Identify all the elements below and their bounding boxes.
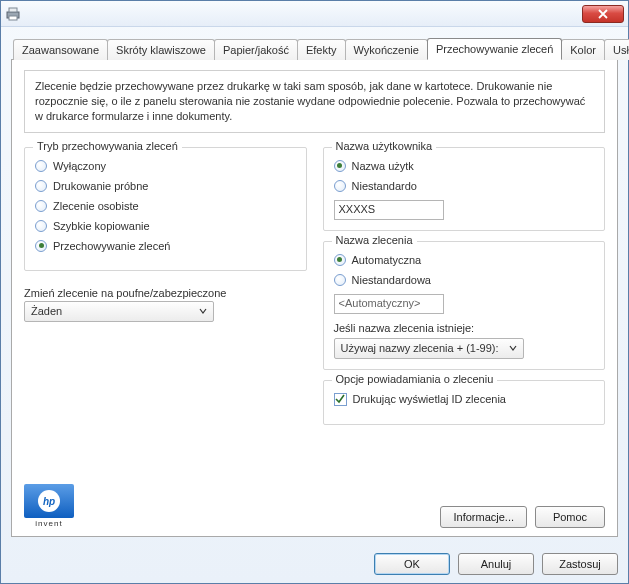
tab-paper-quality[interactable]: Papier/jakość: [214, 39, 298, 60]
cancel-button[interactable]: Anuluj: [458, 553, 534, 575]
help-button[interactable]: Pomoc: [535, 506, 605, 528]
tab-shortcuts[interactable]: Skróty klawiszowe: [107, 39, 215, 60]
chevron-down-icon: [505, 344, 521, 352]
radio-proof[interactable]: Drukowanie próbne: [35, 180, 296, 192]
radio-icon: [334, 254, 346, 266]
ok-button[interactable]: OK: [374, 553, 450, 575]
checkbox-icon: [334, 393, 347, 406]
radio-jobname-custom[interactable]: Niestandardowa: [334, 274, 595, 286]
hp-logo: hp invent: [24, 484, 74, 528]
radio-icon: [35, 240, 47, 252]
radio-icon: [35, 200, 47, 212]
print-properties-window: Zaawansowane Skróty klawiszowe Papier/ja…: [0, 0, 629, 584]
tab-finishing[interactable]: Wykończenie: [345, 39, 428, 60]
radio-jobname-custom-label: Niestandardowa: [352, 274, 432, 286]
radio-quick-copy[interactable]: Szybkie kopiowanie: [35, 220, 296, 232]
radio-icon: [35, 180, 47, 192]
dialog-footer: OK Anuluj Zastosuj: [1, 545, 628, 583]
tab-strip: Zaawansowane Skróty klawiszowe Papier/ja…: [11, 37, 618, 59]
radio-icon: [334, 160, 346, 172]
check-show-job-id[interactable]: Drukując wyświetlaj ID zlecenia: [334, 393, 595, 406]
radio-icon: [334, 274, 346, 286]
radio-off-label: Wyłączony: [53, 160, 106, 172]
radio-stored-job[interactable]: Przechowywanie zleceń: [35, 240, 296, 252]
jobname-exists-value: Używaj nazwy zlecenia + (1-99):: [341, 342, 499, 354]
group-job-name: Nazwa zlecenia Automatyczna Niestandardo…: [323, 241, 606, 370]
tab-color[interactable]: Kolor: [561, 39, 605, 60]
tab-panel-job-storage: Zlecenie będzie przechowywane przez druk…: [11, 59, 618, 537]
jobname-exists-combo[interactable]: Używaj nazwy zlecenia + (1-99):: [334, 338, 524, 359]
check-show-job-id-label: Drukując wyświetlaj ID zlecenia: [353, 393, 506, 405]
tab-effects[interactable]: Efekty: [297, 39, 346, 60]
radio-username-custom[interactable]: Niestandardo: [334, 180, 595, 192]
chevron-down-icon: [195, 307, 211, 315]
hp-invent-text: invent: [35, 519, 62, 528]
tab-job-storage[interactable]: Przechowywanie zleceń: [427, 38, 562, 60]
group-job-name-title: Nazwa zlecenia: [332, 234, 417, 246]
username-input[interactable]: XXXXS: [334, 200, 444, 220]
radio-quick-label: Szybkie kopiowanie: [53, 220, 150, 232]
svg-rect-1: [9, 8, 17, 12]
group-notify: Opcje powiadamiania o zleceniu Drukując …: [323, 380, 606, 425]
tab-advanced[interactable]: Zaawansowane: [13, 39, 108, 60]
group-storage-mode: Tryb przechowywania zleceń Wyłączony Dru…: [24, 147, 307, 271]
radio-username[interactable]: Nazwa użytk: [334, 160, 595, 172]
group-user-name-title: Nazwa użytkownika: [332, 140, 437, 152]
radio-stored-label: Przechowywanie zleceń: [53, 240, 170, 252]
radio-icon: [35, 220, 47, 232]
radio-username-custom-label: Niestandardo: [352, 180, 417, 192]
titlebar: [1, 1, 628, 27]
group-storage-mode-title: Tryb przechowywania zleceń: [33, 140, 182, 152]
jobname-exists-label: Jeśli nazwa zlecenia istnieje:: [334, 322, 595, 334]
radio-personal[interactable]: Zlecenie osobiste: [35, 200, 296, 212]
tab-services[interactable]: Usługi: [604, 39, 629, 60]
group-user-name: Nazwa użytkownika Nazwa użytk Niestandar…: [323, 147, 606, 231]
apply-button[interactable]: Zastosuj: [542, 553, 618, 575]
radio-off[interactable]: Wyłączony: [35, 160, 296, 172]
radio-personal-label: Zlecenie osobiste: [53, 200, 139, 212]
radio-jobname-auto-label: Automatyczna: [352, 254, 422, 266]
jobname-input[interactable]: <Automatyczny>: [334, 294, 444, 314]
close-button[interactable]: [582, 5, 624, 23]
radio-username-label: Nazwa użytk: [352, 160, 414, 172]
confidential-combo[interactable]: Żaden: [24, 301, 214, 322]
printer-icon: [5, 6, 21, 22]
radio-icon: [334, 180, 346, 192]
info-text: Zlecenie będzie przechowywane przez druk…: [24, 70, 605, 133]
confidential-label: Zmień zlecenie na poufne/zabezpieczone: [24, 287, 307, 299]
radio-icon: [35, 160, 47, 172]
svg-rect-2: [9, 16, 17, 20]
radio-jobname-auto[interactable]: Automatyczna: [334, 254, 595, 266]
group-notify-title: Opcje powiadamiania o zleceniu: [332, 373, 498, 385]
about-button[interactable]: Informacje...: [440, 506, 527, 528]
radio-proof-label: Drukowanie próbne: [53, 180, 148, 192]
confidential-combo-value: Żaden: [31, 305, 62, 317]
